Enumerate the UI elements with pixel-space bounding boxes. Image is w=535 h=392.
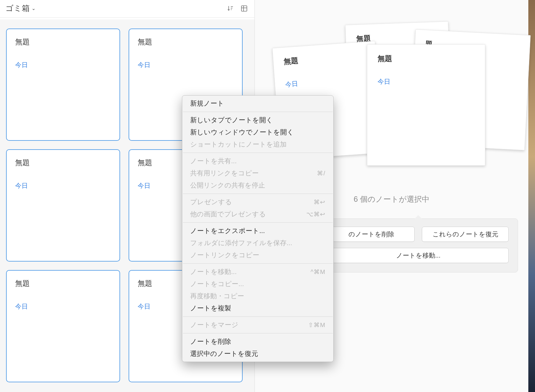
menu-export[interactable]: ノートをエクスポート...: [182, 225, 333, 237]
note-title: 無題: [378, 54, 475, 63]
shortcut-label: ⌘/: [317, 170, 325, 177]
menu-separator: [183, 263, 333, 264]
shortcut-label: ⌥⌘↩: [306, 211, 325, 218]
note-title: 無題: [138, 37, 234, 47]
delete-notes-button[interactable]: のノートを削除: [328, 227, 415, 242]
menu-new-note[interactable]: 新規ノート: [182, 97, 333, 110]
menu-duplicate[interactable]: ノートを複製: [182, 302, 333, 314]
restore-notes-button[interactable]: これらのノートを復元: [422, 227, 509, 242]
menu-stop-public-link: 公開リンクの共有を停止: [182, 179, 333, 191]
context-menu: 新規ノート 新しいタブでノートを開く 新しいウィンドウでノートを開く ショートカ…: [182, 95, 334, 362]
note-date: 今日: [15, 302, 111, 311]
stack-card: 無題 今日: [367, 44, 485, 166]
svg-rect-0: [241, 6, 247, 11]
note-date: 今日: [15, 181, 111, 190]
chevron-down-icon: ⌄: [32, 5, 35, 11]
menu-copy-to: ノートをコピー...: [182, 278, 333, 290]
menu-add-shortcut: ショートカットにノートを追加: [182, 138, 333, 150]
menu-separator: [183, 153, 333, 153]
note-card[interactable]: 無題 今日: [6, 270, 120, 382]
note-card[interactable]: 無題 今日: [6, 29, 120, 141]
sort-icon[interactable]: [227, 5, 234, 12]
menu-separator: [183, 112, 333, 112]
note-title: 無題: [15, 37, 111, 47]
selection-actions: のノートを削除 これらのノートを復元 ノートを移動...: [318, 218, 518, 272]
menu-move-copy-again: 再度移動・コピー: [182, 290, 333, 302]
note-title: 無題: [15, 279, 111, 288]
note-date: 今日: [138, 61, 234, 69]
menu-present-other: 他の画面でプレゼンする⌥⌘↩: [182, 208, 333, 220]
menu-share: ノートを共有...: [182, 155, 333, 167]
menu-separator: [183, 333, 333, 333]
note-date: 今日: [285, 75, 367, 89]
menu-open-in-window[interactable]: 新しいウィンドウでノートを開く: [182, 126, 333, 138]
note-title: 無題: [284, 51, 366, 66]
menu-separator: [183, 194, 333, 194]
shortcut-label: ⇧⌘M: [308, 321, 325, 329]
note-title: 無題: [15, 158, 111, 167]
shortcut-label: ^⌘M: [311, 268, 325, 275]
menu-open-in-tab[interactable]: 新しいタブでノートを開く: [182, 114, 333, 126]
shortcut-label: ⌘↩: [314, 198, 325, 206]
note-date: 今日: [15, 61, 111, 69]
menu-restore-selected[interactable]: 選択中のノートを復元: [182, 348, 333, 360]
view-grid-icon[interactable]: [241, 5, 248, 12]
menu-separator: [183, 222, 333, 223]
menu-merge: ノートをマージ⇧⌘M: [182, 319, 333, 331]
menu-copy-note-link: ノートリンクをコピー: [182, 249, 333, 261]
move-notes-button[interactable]: ノートを移動...: [328, 248, 509, 263]
menu-separator: [183, 316, 333, 317]
menu-save-attachments: フォルダに添付ファイルを保存...: [182, 237, 333, 249]
note-list-header: ゴミ箱 ⌄: [0, 0, 254, 18]
note-card[interactable]: 無題 今日: [6, 149, 120, 262]
menu-delete[interactable]: ノートを削除: [182, 336, 333, 348]
menu-copy-share-link: 共有用リンクをコピー⌘/: [182, 167, 333, 179]
menu-move-to: ノートを移動...^⌘M: [182, 266, 333, 278]
folder-title: ゴミ箱: [5, 3, 30, 14]
note-date: 今日: [378, 77, 475, 86]
folder-title-dropdown[interactable]: ゴミ箱 ⌄: [5, 3, 35, 14]
menu-present: プレゼンする⌘↩: [182, 196, 333, 208]
